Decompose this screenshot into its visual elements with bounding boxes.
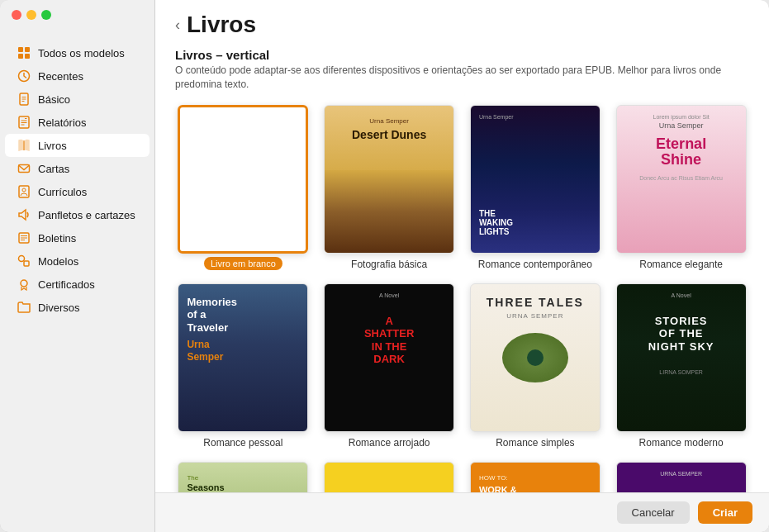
night-author: LIRNA SOMPER (659, 369, 703, 375)
template-eternal[interactable]: Lorem ipsum dolor Sit Urna Semper Eterna… (613, 105, 749, 270)
template-label-lights: Romance contemporâneo (478, 259, 592, 270)
cancel-button[interactable]: Cancelar (617, 501, 690, 524)
sidebar-item-livros[interactable]: Livros (5, 134, 150, 157)
maximize-button[interactable] (41, 10, 51, 20)
sidebar-label-basico: Básico (38, 93, 70, 106)
night-sub: A Novel (672, 292, 691, 298)
eternal-sub2: Donec Arcu ac Risus Etiam Arcu (639, 175, 723, 181)
desert-title: Desert Dunes (352, 128, 426, 141)
sidebar-label-cartas: Cartas (38, 163, 69, 175)
svg-rect-1 (25, 47, 30, 52)
templates-grid: Livro em branco Urna Semper Desert Dunes… (155, 95, 769, 492)
main-header: ‹ Livros (155, 0, 769, 38)
night-title: STORIESOF THENIGHT SKY (648, 315, 714, 354)
template-tales[interactable]: THREE TALES URNA SEMPER Romance simples (468, 283, 604, 449)
sidebar-item-relatorios[interactable]: Relatórios (5, 111, 150, 134)
svg-rect-2 (18, 54, 23, 59)
sidebar-label-relatorios: Relatórios (38, 116, 87, 129)
page-title: Livros (187, 12, 256, 38)
eternal-sub: Lorem ipsum dolor Sit (653, 114, 710, 120)
sidebar-label-todos: Todos os modelos (38, 47, 125, 59)
sidebar-label-livros: Livros (38, 140, 67, 152)
tales-author: URNA SEMPER (506, 312, 563, 320)
main-content: ‹ Livros Livros – vertical O conteúdo po… (155, 0, 769, 532)
svg-rect-3 (25, 54, 30, 59)
sidebar-label-certificados: Certificados (38, 278, 95, 291)
template-thumb-puzzle (324, 462, 454, 492)
svg-rect-22 (24, 261, 29, 266)
memories-author: UrnaSemper (187, 339, 299, 363)
template-thumb-chem: URNA SEMPER APPLIEDCHEMISTRYFIRST EDITIO… (616, 462, 747, 492)
template-thumb-blank (178, 105, 308, 254)
seasons-title: SeasonsofParis (187, 482, 299, 492)
shatter-sub: A Novel (379, 292, 399, 298)
template-chem[interactable]: URNA SEMPER APPLIEDCHEMISTRYFIRST EDITIO… (613, 462, 749, 492)
eternal-author: Urna Semper (659, 121, 704, 130)
back-button[interactable]: ‹ (175, 17, 180, 32)
template-label-night: Romance moderno (639, 437, 724, 449)
sidebar-label-panfletos: Panfletos e cartazes (38, 209, 135, 221)
footer: Cancelar Criar (155, 492, 769, 532)
template-lights[interactable]: Urna Semper THEWAKINGLIGHTS Romance cont… (468, 105, 604, 270)
minimize-button[interactable] (26, 10, 36, 20)
person-icon (17, 184, 31, 199)
folder-icon (17, 300, 31, 315)
svg-point-16 (22, 188, 26, 192)
grid-icon (17, 45, 31, 60)
template-thumb-desert: Urna Semper Desert Dunes (324, 105, 454, 254)
template-label-desert: Fotografia básica (351, 259, 427, 270)
template-thumb-shatter: A Novel ASHATTERIN THEDARK (324, 283, 454, 432)
template-thumb-memories: Memoriesof aTraveler UrnaSemper (178, 283, 308, 432)
shatter-title: ASHATTERIN THEDARK (364, 315, 414, 366)
shapes-icon (17, 254, 31, 268)
template-memories[interactable]: Memoriesof aTraveler UrnaSemper Romance … (175, 283, 311, 449)
sidebar-item-diversos[interactable]: Diversos (5, 296, 150, 319)
template-seasons[interactable]: The SeasonsofParis Seasons of Paris (175, 462, 311, 492)
sidebar-item-basico[interactable]: Básico (5, 88, 150, 111)
sidebar-item-modelos[interactable]: Modelos (5, 249, 150, 273)
template-badge-blank: Livro em branco (204, 257, 282, 270)
sidebar-item-recentes[interactable]: Recentes (5, 64, 150, 88)
template-puzzle[interactable] (321, 462, 458, 492)
template-thumb-work: HOW TO: WORK &TRAVEL (470, 462, 600, 492)
doc-icon (17, 92, 31, 107)
sidebar-item-todos[interactable]: Todos os modelos (5, 41, 150, 64)
svg-rect-0 (18, 47, 23, 52)
sidebar-label-boletins: Boletins (38, 232, 76, 245)
template-night[interactable]: A Novel STORIESOF THENIGHT SKY LIRNA SOM… (613, 283, 749, 449)
template-blank[interactable]: Livro em branco (175, 105, 311, 270)
close-button[interactable] (12, 10, 21, 20)
template-label-eternal: Romance elegante (639, 259, 723, 270)
sidebar-item-certificados[interactable]: Certificados (5, 273, 150, 296)
sidebar-label-curriculos: Currículos (38, 186, 87, 198)
template-shatter[interactable]: A Novel ASHATTERIN THEDARK Romance arroj… (321, 283, 458, 449)
template-thumb-eternal: Lorem ipsum dolor Sit Urna Semper Eterna… (616, 105, 747, 254)
sidebar: Todos os modelos Recentes (0, 0, 155, 532)
sidebar-label-recentes: Recentes (38, 70, 83, 83)
sidebar-label-modelos: Modelos (38, 255, 78, 268)
memories-title: Memoriesof aTraveler (187, 296, 299, 335)
template-work[interactable]: HOW TO: WORK &TRAVEL (468, 462, 604, 492)
desert-author: Urna Semper (369, 117, 409, 125)
template-desert[interactable]: Urna Semper Desert Dunes Fotografia bási… (321, 105, 458, 270)
template-label-shatter: Romance arrojado (349, 437, 430, 449)
certificate-icon (17, 277, 31, 292)
work-prefix: HOW TO: (479, 474, 591, 482)
sidebar-item-cartas[interactable]: Cartas (5, 157, 150, 180)
book-icon (17, 138, 31, 153)
work-title: WORK &TRAVEL (479, 485, 591, 492)
sidebar-item-curriculos[interactable]: Currículos (5, 180, 150, 203)
sidebar-item-panfletos[interactable]: Panfletos e cartazes (5, 203, 150, 226)
svg-point-21 (19, 256, 25, 262)
sidebar-item-boletins[interactable]: Boletins (5, 226, 150, 249)
create-button[interactable]: Criar (698, 501, 752, 524)
newspaper-icon (17, 230, 31, 245)
template-label-tales: Romance simples (496, 437, 574, 449)
sidebar-label-diversos: Diversos (38, 302, 80, 314)
template-thumb-seasons: The SeasonsofParis (178, 462, 308, 492)
section-header: Livros – vertical O conteúdo pode adapta… (155, 38, 769, 95)
template-thumb-tales: THREE TALES URNA SEMPER (470, 283, 600, 432)
lights-title: THEWAKINGLIGHTS (479, 209, 513, 236)
svg-point-23 (21, 280, 27, 287)
template-label-memories: Romance pessoal (203, 437, 282, 449)
